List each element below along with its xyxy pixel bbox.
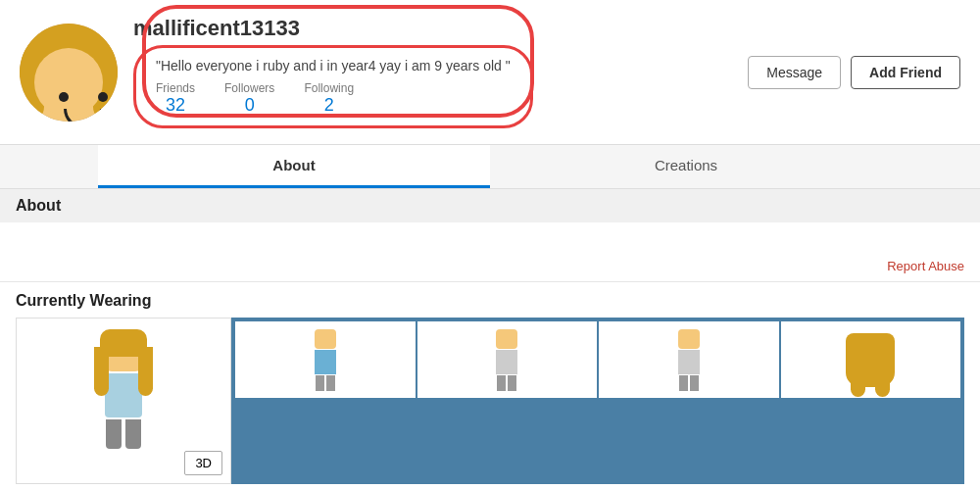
fig-hair-long-right [138, 347, 153, 396]
item-legs-3 [679, 375, 699, 391]
item-legs-2 [497, 375, 516, 391]
stat-following[interactable]: Following 2 [304, 81, 354, 116]
item-head-2 [496, 329, 517, 349]
fig-legs [106, 419, 141, 449]
item-head-1 [315, 329, 336, 349]
fig-leg-right [125, 419, 141, 449]
item-leg-3b [690, 375, 699, 391]
stat-friends[interactable]: Friends 32 [156, 81, 195, 116]
item-figure-1 [303, 328, 347, 392]
currently-wearing-section: Currently Wearing 3D [0, 282, 980, 490]
item-card-1[interactable] [235, 321, 416, 398]
avatar [20, 24, 118, 122]
bio-text: "Hello everyone i ruby and i in year4 ya… [156, 58, 511, 74]
report-abuse-link[interactable]: Report Abuse [887, 259, 964, 273]
avatar-skin [34, 48, 103, 117]
item-leg-2b [508, 375, 516, 391]
followers-value: 0 [245, 95, 255, 116]
item-head-3 [678, 329, 700, 349]
following-label: Following [304, 81, 354, 95]
avatar-eye-right [98, 92, 108, 102]
about-title: About [16, 197, 61, 214]
items-grid [231, 318, 964, 484]
fig-head [104, 337, 143, 371]
profile-highlight-box: "Hello everyone i ruby and i in year4 ya… [133, 45, 533, 128]
item-leg-1a [316, 375, 324, 391]
avatar-3d-display: 3D [16, 318, 231, 484]
item-leg-1b [326, 375, 335, 391]
item-hair-piece [846, 333, 895, 387]
item-card-4[interactable] [781, 321, 961, 398]
currently-wearing-title: Currently Wearing [16, 292, 964, 310]
tab-about[interactable]: About [98, 145, 490, 188]
stats-row: Friends 32 Followers 0 Following 2 [156, 81, 511, 116]
friends-value: 32 [166, 95, 185, 116]
item-body-2 [496, 350, 517, 374]
avatar-figure [84, 337, 163, 465]
fig-body [105, 373, 142, 417]
following-value: 2 [324, 95, 334, 116]
item-leg-2a [497, 375, 506, 391]
profile-header: mallificent13133 "Hello everyone i ruby … [0, 0, 980, 145]
add-friend-button[interactable]: Add Friend [851, 56, 960, 89]
username: mallificent13133 [133, 16, 732, 41]
tabs-container: About Creations [0, 145, 980, 189]
profile-actions: Message Add Friend [748, 56, 960, 89]
avatar-eyes [59, 92, 108, 102]
friends-label: Friends [156, 81, 195, 95]
profile-info: mallificent13133 "Hello everyone i ruby … [133, 16, 732, 128]
avatar-eye-left [59, 92, 69, 102]
item-card-3[interactable] [599, 321, 779, 398]
stat-followers[interactable]: Followers 0 [224, 81, 274, 116]
item-leg-3a [679, 375, 688, 391]
followers-label: Followers [224, 81, 274, 95]
wearing-content: 3D [16, 318, 964, 484]
item-figure-3 [666, 328, 710, 392]
avatar-smile [64, 109, 103, 122]
about-section-header: About [0, 189, 980, 222]
about-content: Report Abuse [0, 222, 980, 282]
item-figure-2 [485, 328, 529, 392]
btn-3d[interactable]: 3D [184, 451, 222, 475]
fig-leg-left [106, 419, 122, 449]
message-button[interactable]: Message [748, 56, 841, 89]
item-card-2[interactable] [417, 321, 598, 398]
item-body-3 [678, 350, 700, 374]
fig-hair-long-left [94, 347, 109, 396]
tab-creations[interactable]: Creations [490, 145, 882, 188]
item-body-1 [315, 350, 336, 374]
item-legs-1 [316, 375, 335, 391]
tabs-inner: About Creations [98, 145, 882, 188]
